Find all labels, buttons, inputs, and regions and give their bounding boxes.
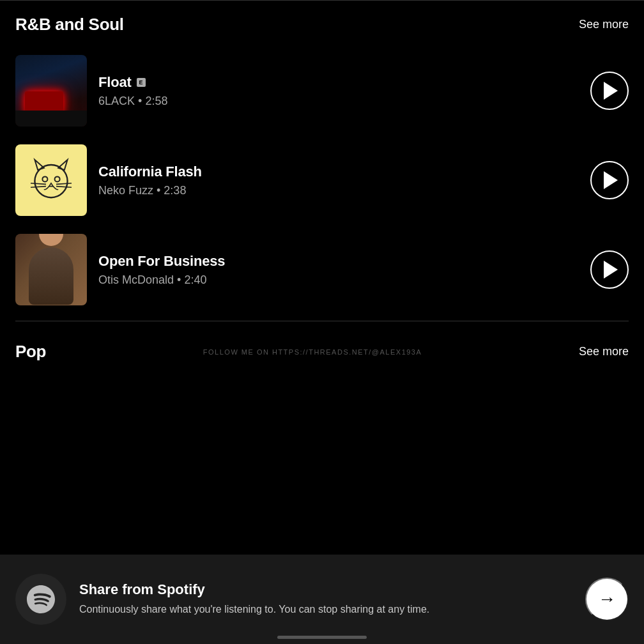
track-duration-business: 2:40 bbox=[184, 273, 206, 286]
track-artist-float: 6LACK bbox=[98, 95, 135, 107]
svg-line-9 bbox=[56, 187, 72, 188]
track-name-row-business: Open For Business bbox=[98, 253, 579, 270]
track-title-business: Open For Business bbox=[98, 253, 225, 270]
play-button-float[interactable] bbox=[590, 72, 629, 110]
svg-line-7 bbox=[31, 187, 46, 188]
section-divider bbox=[15, 321, 629, 321]
play-icon-float bbox=[604, 82, 618, 100]
share-description: Continuously share what you're listening… bbox=[79, 602, 572, 617]
track-title-float: Float bbox=[98, 74, 132, 91]
svg-point-4 bbox=[55, 176, 60, 181]
track-title-california: California Flash bbox=[98, 164, 202, 180]
watermark-text: FOLLOW ME ON HTTPS://THREADS.NET/@ALEX19… bbox=[203, 348, 422, 356]
track-artwork-business bbox=[15, 234, 87, 305]
spotify-icon bbox=[27, 585, 55, 613]
artwork-business-bg bbox=[15, 234, 87, 305]
artwork-california-bg bbox=[15, 144, 87, 216]
svg-line-8 bbox=[56, 183, 72, 185]
spotify-logo-container bbox=[15, 574, 66, 625]
track-info-california: California Flash Neko Fuzz • 2:38 bbox=[98, 164, 579, 197]
arrow-right-icon: → bbox=[598, 589, 616, 610]
track-meta-float: 6LACK • 2:58 bbox=[98, 95, 579, 108]
play-button-business[interactable] bbox=[590, 250, 629, 289]
track-duration-float: 2:58 bbox=[145, 95, 167, 107]
share-text-content: Share from Spotify Continuously share wh… bbox=[79, 581, 572, 617]
track-duration-california: 2:38 bbox=[164, 184, 186, 197]
track-separator-float: • bbox=[138, 95, 145, 107]
home-indicator bbox=[277, 636, 367, 639]
track-name-row-california: California Flash bbox=[98, 164, 579, 180]
share-arrow-button[interactable]: → bbox=[585, 578, 629, 621]
rnb-section-title: R&B and Soul bbox=[15, 15, 124, 34]
person-head bbox=[39, 234, 63, 246]
track-artist-business: Otis McDonald bbox=[98, 273, 174, 286]
play-icon-business bbox=[604, 261, 618, 279]
pop-see-more-button[interactable]: See more bbox=[579, 342, 629, 361]
person-body bbox=[29, 247, 73, 305]
track-meta-business: Otis McDonald • 2:40 bbox=[98, 273, 579, 287]
svg-line-6 bbox=[31, 183, 46, 185]
play-button-california[interactable] bbox=[590, 161, 629, 199]
svg-marker-5 bbox=[49, 183, 53, 187]
track-info-float: Float E 6LACK • 2:58 bbox=[98, 74, 579, 108]
track-artwork-california bbox=[15, 144, 87, 216]
pop-section-header: Pop FOLLOW ME ON HTTPS://THREADS.NET/@AL… bbox=[0, 328, 644, 373]
track-separator-business: • bbox=[177, 273, 184, 286]
track-separator-california: • bbox=[157, 184, 164, 197]
track-artwork-float bbox=[15, 55, 87, 126]
share-banner: Share from Spotify Continuously share wh… bbox=[0, 555, 644, 644]
track-artist-california: Neko Fuzz bbox=[98, 184, 153, 197]
artwork-float-bg bbox=[15, 55, 87, 126]
svg-point-3 bbox=[42, 176, 47, 181]
track-info-business: Open For Business Otis McDonald • 2:40 bbox=[98, 253, 579, 287]
track-item-business: Open For Business Otis McDonald • 2:40 bbox=[15, 225, 629, 314]
track-item-california: California Flash Neko Fuzz • 2:38 bbox=[15, 135, 629, 225]
explicit-badge-float: E bbox=[137, 78, 146, 87]
rnb-section-header: R&B and Soul See more bbox=[0, 1, 644, 46]
track-meta-california: Neko Fuzz • 2:38 bbox=[98, 184, 579, 197]
play-icon-california bbox=[604, 171, 618, 189]
rnb-see-more-button[interactable]: See more bbox=[579, 15, 629, 34]
track-list: Float E 6LACK • 2:58 bbox=[0, 46, 644, 314]
track-name-row-float: Float E bbox=[98, 74, 579, 91]
cat-svg bbox=[26, 155, 77, 206]
track-item-float: Float E 6LACK • 2:58 bbox=[15, 46, 629, 135]
share-title: Share from Spotify bbox=[79, 581, 572, 598]
pop-section-title: Pop bbox=[15, 342, 46, 362]
svg-marker-1 bbox=[34, 160, 43, 170]
svg-marker-2 bbox=[58, 160, 67, 170]
